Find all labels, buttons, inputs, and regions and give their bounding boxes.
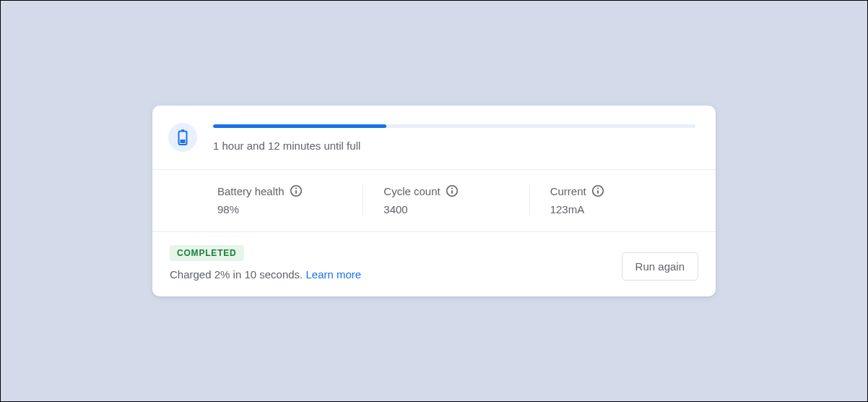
time-until-full: 1 hour and 12 minutes until full (213, 140, 695, 152)
svg-rect-2 (181, 140, 186, 143)
info-icon[interactable] (591, 184, 604, 197)
charging-section: 1 hour and 12 minutes until full (152, 106, 716, 169)
stat-current: Current 123mA (530, 184, 695, 215)
info-icon[interactable] (446, 184, 459, 197)
run-again-button[interactable]: Run again (622, 252, 698, 281)
battery-health-value: 98% (217, 203, 348, 215)
info-icon[interactable] (290, 184, 303, 197)
current-label: Current (550, 185, 586, 197)
progress-area: 1 hour and 12 minutes until full (213, 121, 695, 152)
cycle-count-label: Cycle count (383, 185, 440, 197)
svg-point-11 (597, 187, 599, 189)
stat-battery-health: Battery health 98% (217, 184, 363, 215)
charge-progress-bar (213, 124, 695, 128)
charge-progress-fill (213, 124, 386, 128)
svg-rect-4 (295, 190, 297, 194)
svg-point-5 (295, 187, 296, 189)
stats-spacer (173, 184, 217, 215)
svg-rect-10 (597, 190, 599, 194)
battery-health-label: Battery health (217, 185, 285, 197)
result-text: Charged 2% in 10 seconds. Learn more (170, 268, 361, 281)
cycle-count-value: 3400 (383, 203, 514, 215)
current-value: 123mA (550, 203, 681, 215)
svg-rect-7 (451, 190, 453, 194)
stat-cycle-count: Cycle count 3400 (363, 184, 529, 215)
battery-icon (168, 123, 197, 152)
result-section: COMPLETED Charged 2% in 10 seconds. Lear… (152, 231, 716, 296)
stats-section: Battery health 98% Cycle count 3400 Curr… (152, 169, 716, 231)
result-message: Charged 2% in 10 seconds. (170, 268, 305, 281)
learn-more-link[interactable]: Learn more (305, 268, 361, 281)
svg-point-8 (451, 187, 453, 189)
battery-status-card: 1 hour and 12 minutes until full Battery… (152, 106, 716, 296)
status-badge: COMPLETED (170, 245, 244, 261)
